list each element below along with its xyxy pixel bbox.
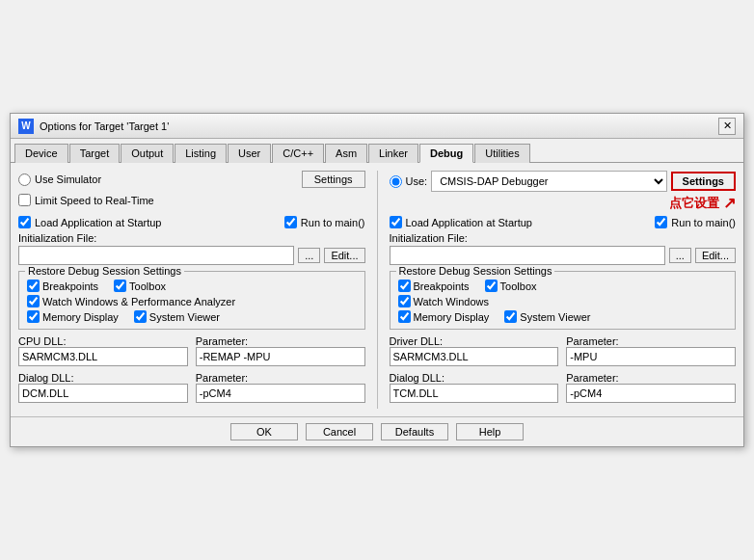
left-check-row-2: Memory Display System Viewer [27, 310, 357, 323]
left-system-viewer-item: System Viewer [134, 310, 220, 323]
right-dialog-dll-input-col: document.currentScript.previousElementSi… [390, 384, 559, 403]
close-button[interactable]: ✕ [718, 118, 736, 135]
left-run-to-main-label: Run to main() [301, 217, 365, 228]
tab-utilities[interactable]: Utilities [474, 144, 529, 163]
left-init-file-row: ... Edit... [18, 246, 365, 265]
right-system-viewer-label: System Viewer [520, 311, 590, 323]
right-watch-windows-check[interactable] [398, 295, 411, 307]
right-column: Use: CMSIS-DAP Debugger Settings 点它设置 ↗ … [390, 171, 737, 409]
left-restore-group-title: Restore Debug Session Settings [25, 265, 184, 277]
left-cpu-param-input[interactable] [196, 347, 365, 366]
right-restore-content: Breakpoints Toolbox Watch Windows [398, 280, 728, 323]
use-label: Use: [406, 175, 428, 187]
right-init-file-input[interactable] [390, 246, 665, 265]
left-dialog-dll-input[interactable] [18, 384, 188, 403]
left-watch-windows-check[interactable] [27, 295, 40, 307]
tab-listing[interactable]: Listing [175, 144, 227, 163]
right-driver-dll-label: Driver DLL: [390, 335, 444, 347]
right-dialog-param-input[interactable] [566, 384, 736, 403]
left-dialog-param-input[interactable] [196, 384, 365, 403]
tab-bar: Device Target Output Listing User C/C++ … [11, 139, 743, 163]
left-breakpoints-check[interactable] [27, 280, 40, 292]
left-restore-group: Restore Debug Session Settings Breakpoin… [18, 271, 365, 330]
left-memory-display-check[interactable] [27, 310, 40, 323]
right-watch-windows-label: Watch Windows [414, 296, 489, 307]
right-system-viewer-check[interactable] [504, 310, 517, 323]
simulator-label: Use Simulator [35, 173, 101, 185]
right-run-to-main-check[interactable] [655, 216, 667, 228]
defaults-button[interactable]: Defaults [381, 423, 448, 440]
right-dialog-dll-label: Dialog DLL: [390, 372, 444, 384]
right-driver-dll-inputs: document.currentScript.previousElementSi… [390, 347, 737, 366]
limit-speed-row: Limit Speed to Real-Time [18, 194, 365, 206]
tab-cpp[interactable]: C/C++ [272, 144, 324, 163]
left-cpu-param-label: Parameter: [196, 335, 248, 347]
left-load-app-check[interactable] [18, 216, 31, 228]
right-toolbox-check[interactable] [485, 280, 498, 292]
left-breakpoints-item: Breakpoints [27, 280, 98, 292]
right-driver-dll-input[interactable] [390, 347, 559, 366]
left-dialog-dll-inputs: document.currentScript.previousElementSi… [18, 384, 365, 403]
simulator-radio[interactable] [18, 173, 31, 186]
tab-device[interactable]: Device [14, 144, 68, 163]
right-watch-windows-item: Watch Windows [398, 295, 728, 307]
right-load-app-check[interactable] [390, 216, 402, 228]
app-icon: W [18, 119, 34, 134]
two-column-layout: Use Simulator Settings Limit Speed to Re… [18, 171, 736, 409]
tab-user[interactable]: User [228, 144, 271, 163]
right-init-edit-button[interactable]: Edit... [695, 248, 736, 263]
left-system-viewer-label: System Viewer [149, 311, 220, 323]
left-dialog-param-input-col: document.currentScript.previousElementSi… [196, 384, 365, 403]
left-check-row-1: Breakpoints Toolbox [27, 280, 357, 292]
right-init-dots-button[interactable]: ... [669, 248, 691, 263]
tab-linker[interactable]: Linker [368, 144, 418, 163]
right-dialog-param-input-col: document.currentScript.previousElementSi… [566, 384, 736, 403]
right-driver-dll-label-col: Driver DLL: [390, 335, 559, 347]
left-cpu-dll-input-col: document.currentScript.previousElementSi… [18, 347, 188, 366]
left-watch-windows-item: Watch Windows & Performance Analyzer [27, 295, 357, 307]
left-settings-button[interactable]: Settings [302, 171, 365, 188]
left-run-to-main-check[interactable] [284, 216, 297, 228]
right-restore-group-title: Restore Debug Session Settings [396, 265, 555, 277]
use-radio[interactable] [390, 175, 402, 188]
right-driver-param-input[interactable] [566, 347, 736, 366]
right-breakpoints-check[interactable] [398, 280, 411, 292]
ok-button[interactable]: OK [230, 423, 298, 440]
right-dialog-dll-input[interactable] [390, 384, 559, 403]
tab-target[interactable]: Target [69, 144, 121, 163]
left-load-app-label: Load Application at Startup [35, 217, 161, 228]
left-cpu-dll-inputs: document.currentScript.previousElementSi… [18, 347, 365, 366]
left-cpu-dll-input[interactable] [18, 347, 188, 366]
right-memory-display-item: Memory Display [398, 310, 490, 323]
left-column: Use Simulator Settings Limit Speed to Re… [18, 171, 365, 409]
right-memory-display-check[interactable] [398, 310, 411, 323]
right-dialog-dll-label-col: Dialog DLL: [390, 372, 559, 384]
use-row: Use: CMSIS-DAP Debugger Settings [390, 171, 737, 192]
right-run-to-main-label: Run to main() [671, 217, 736, 228]
cancel-button[interactable]: Cancel [306, 423, 373, 440]
limit-speed-check[interactable] [18, 194, 31, 206]
window-title: Options for Target 'Target 1' [40, 120, 169, 132]
left-init-edit-button[interactable]: Edit... [324, 248, 364, 263]
tab-debug[interactable]: Debug [419, 144, 473, 163]
right-restore-group: Restore Debug Session Settings Breakpoin… [390, 271, 737, 330]
help-button[interactable]: Help [456, 423, 524, 440]
left-system-viewer-check[interactable] [134, 310, 147, 323]
left-cpu-param-label-col: Parameter: [196, 335, 365, 347]
right-dialog-dll-inputs: document.currentScript.previousElementSi… [390, 384, 737, 403]
annotation-text: 点它设置 [669, 195, 719, 212]
tab-output[interactable]: Output [121, 144, 174, 163]
left-init-file-input[interactable] [18, 246, 294, 265]
annotation-arrow: ↗ [723, 194, 736, 212]
debugger-dropdown[interactable]: CMSIS-DAP Debugger [431, 171, 666, 192]
left-toolbox-check[interactable] [114, 280, 126, 292]
left-dialog-dll-labels: Dialog DLL: Parameter: [18, 372, 365, 384]
right-settings-button[interactable]: Settings [671, 172, 736, 191]
right-load-app-label: Load Application at Startup [406, 217, 532, 228]
right-driver-dll-input-col: document.currentScript.previousElementSi… [390, 347, 559, 366]
left-init-dots-button[interactable]: ... [298, 248, 320, 263]
tab-asm[interactable]: Asm [325, 144, 367, 163]
bottom-bar: OK Cancel Defaults Help [11, 416, 743, 446]
right-toolbox-label: Toolbox [500, 280, 537, 292]
left-dialog-dll-section: Dialog DLL: Parameter: document.currentS… [18, 372, 365, 403]
